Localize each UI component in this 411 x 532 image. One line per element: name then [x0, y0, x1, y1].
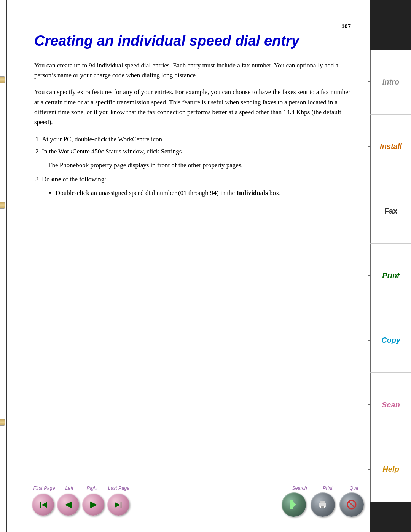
- sidebar-item-fax[interactable]: Fax: [370, 179, 411, 243]
- step-1: At your PC, double-click the WorkCentre …: [42, 134, 355, 144]
- bullet-list: Double-click an unassigned speed dial nu…: [56, 188, 355, 198]
- sidebar-item-copy[interactable]: Copy: [370, 308, 411, 372]
- left-label: Left: [58, 486, 81, 491]
- print-nav-label: Print: [314, 486, 342, 491]
- sidebar-item-print[interactable]: Print: [370, 243, 411, 308]
- step-2: In the WorkCentre 450c Status window, cl…: [42, 147, 355, 157]
- step3-list: Do one of the following:: [42, 174, 355, 184]
- steps-list: At your PC, double-click the WorkCentre …: [42, 134, 355, 157]
- svg-rect-6: [321, 507, 324, 508]
- bullet-item-1: Double-click an unassigned speed dial nu…: [56, 188, 355, 198]
- sidebar-item-intro[interactable]: Intro: [370, 50, 411, 114]
- print-nav-button[interactable]: [311, 492, 335, 517]
- search-icon: [288, 499, 299, 510]
- paragraph1: You can create up to 94 individual speed…: [34, 61, 355, 81]
- right-icon: ▶: [90, 500, 97, 510]
- step-3: Do one of the following:: [42, 174, 355, 184]
- quit-button[interactable]: [339, 492, 364, 517]
- copy-label: Copy: [381, 336, 400, 345]
- binder-ring-bottom: [0, 419, 5, 426]
- first-page-label: First Page: [30, 486, 58, 491]
- svg-rect-3: [320, 501, 325, 503]
- last-page-button[interactable]: ▶|: [107, 494, 129, 516]
- right-button[interactable]: ▶: [82, 494, 104, 516]
- print-label: Print: [382, 272, 400, 280]
- print-nav-icon: [317, 499, 328, 510]
- quit-label: Quit: [342, 486, 366, 491]
- right-sidebar: Intro Install Fax Print Copy Scan Help: [370, 0, 411, 532]
- sidebar-item-install[interactable]: Install: [370, 114, 411, 179]
- paragraph2: You can specify extra features for any o…: [34, 87, 355, 127]
- first-page-icon: |◀: [39, 500, 46, 509]
- sidebar-top: [370, 0, 411, 50]
- svg-marker-1: [290, 500, 293, 509]
- intro-label: Intro: [382, 78, 399, 86]
- svg-rect-5: [321, 506, 324, 507]
- nav-divider: [11, 482, 370, 482]
- right-label: Right: [81, 486, 104, 491]
- bullet1-bold: Individuals: [236, 189, 268, 197]
- sidebar-bottom: [370, 502, 411, 532]
- search-button[interactable]: [282, 492, 306, 517]
- quit-icon: [346, 499, 357, 510]
- last-page-label: Last Page: [104, 486, 134, 491]
- sidebar-item-help[interactable]: Help: [370, 437, 411, 502]
- nav-bar: First Page Left Right Last Page Search P…: [23, 486, 366, 517]
- left-button[interactable]: ◀: [57, 494, 79, 516]
- fax-label: Fax: [384, 207, 397, 216]
- first-page-button[interactable]: |◀: [32, 494, 54, 516]
- page-number: 107: [34, 23, 351, 29]
- help-label: Help: [382, 465, 399, 474]
- last-page-icon: ▶|: [115, 500, 122, 509]
- scan-label: Scan: [382, 401, 400, 409]
- svg-line-8: [349, 502, 354, 507]
- binder-ring-top: [0, 76, 5, 83]
- binder-ring-middle: [0, 202, 5, 209]
- left-icon: ◀: [65, 500, 72, 510]
- main-content: 107 Creating an individual speed dial en…: [11, 0, 370, 532]
- step2-detail: The Phonebook property page displays in …: [48, 160, 355, 170]
- page-title: Creating an individual speed dial entry: [34, 32, 355, 50]
- sidebar-item-scan[interactable]: Scan: [370, 372, 411, 437]
- install-label: Install: [380, 142, 402, 151]
- step3-one: one: [51, 176, 61, 183]
- search-label: Search: [285, 486, 314, 491]
- binder-spine: [0, 0, 7, 532]
